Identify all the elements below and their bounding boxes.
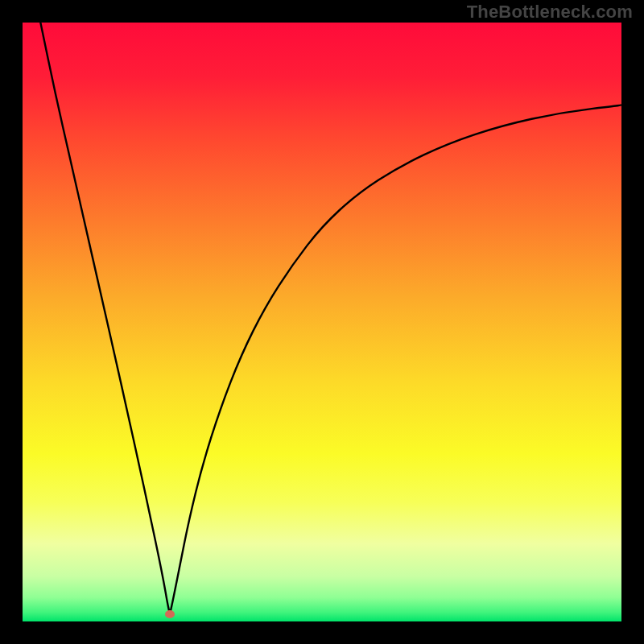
plot-area <box>23 23 621 621</box>
minimum-marker <box>165 610 175 618</box>
watermark-text: TheBottleneck.com <box>467 2 633 23</box>
bottleneck-chart <box>0 0 644 644</box>
chart-frame: TheBottleneck.com <box>0 0 644 644</box>
